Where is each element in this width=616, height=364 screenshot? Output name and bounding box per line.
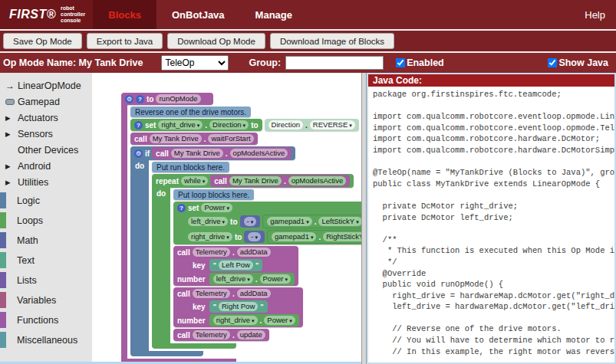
block-comment[interactable]: Put run blocks here. xyxy=(152,162,229,172)
main-content: LinearOpMode Gamepad Actuators Sensors O… xyxy=(0,73,616,364)
toolbox-category-logic[interactable]: Logic xyxy=(0,191,92,210)
motor-dropdown[interactable]: left_drive xyxy=(213,274,253,284)
property-dropdown[interactable]: Power xyxy=(201,203,232,212)
logo-subtitle: robot controller console xyxy=(61,5,85,24)
motor-dropdown[interactable]: left_drive xyxy=(188,217,228,226)
java-code-view[interactable]: package org.firstinspires.ftc.teamcode;i… xyxy=(368,87,614,362)
block-set-direction[interactable]: ? set right_drive . Direction to xyxy=(130,119,262,131)
repeat-mode-dropdown[interactable]: while xyxy=(181,176,208,185)
java-code-line: public void runOpMode() { xyxy=(373,280,614,291)
property-dropdown[interactable]: Power xyxy=(260,274,291,284)
block-call-waitforstart[interactable]: call My Tank Drive . waitForStart xyxy=(130,133,258,145)
block-get-power-right[interactable]: right_drive . Power xyxy=(209,314,299,326)
block-negate[interactable]: - xyxy=(244,231,265,243)
toolbox-item-android[interactable]: Android xyxy=(0,158,92,174)
blockly-workspace[interactable]: ⚙ ? to runOpMode Reverse one of the driv… xyxy=(92,73,361,362)
block-toolbox: LinearOpMode Gamepad Actuators Sensors O… xyxy=(0,73,92,362)
toolbox-category-math[interactable]: Math xyxy=(0,231,92,250)
block-negate[interactable]: - xyxy=(240,215,261,228)
toolbox-category-text[interactable]: Text xyxy=(0,251,92,270)
toolbox-category-loops[interactable]: Loops xyxy=(0,211,92,230)
block-comment[interactable]: Put loop blocks here. xyxy=(173,189,254,200)
block-telemetry-adddata-right[interactable]: call Telemetry . addData key xyxy=(173,287,303,327)
function-name-field[interactable]: runOpMode xyxy=(156,94,200,103)
toolbox-category-miscellaneous[interactable]: Miscellaneous xyxy=(0,330,92,349)
text-field[interactable]: Right Pow xyxy=(219,302,258,311)
main-nav: Blocks OnBotJava Manage xyxy=(93,0,308,29)
show-java-label: Show Java xyxy=(558,57,608,68)
help-icon[interactable]: ? xyxy=(134,121,143,130)
block-function-runopmode[interactable]: ⚙ ? to runOpMode Reverse one of the driv… xyxy=(121,93,361,362)
call-target-field: My Tank Drive xyxy=(150,134,202,143)
motor-dropdown[interactable]: right_drive xyxy=(188,232,232,241)
opmode-bar: Op Mode Name: My Tank Drive TeleOp Group… xyxy=(0,53,616,73)
negate-dropdown[interactable]: - xyxy=(248,232,261,241)
block-if[interactable]: ⚙ if call My Tank Drive . opModeIsActive xyxy=(130,146,361,356)
toolbar-button[interactable]: Export to Java xyxy=(87,33,163,49)
help-icon[interactable]: ? xyxy=(136,95,144,103)
negate-dropdown[interactable]: - xyxy=(244,217,257,226)
tab-blocks[interactable]: Blocks xyxy=(93,0,156,29)
java-code-line xyxy=(373,224,614,235)
show-java-checkbox[interactable] xyxy=(548,58,557,67)
java-code-line: // You will have to determine which moto… xyxy=(373,336,614,347)
motor-dropdown[interactable]: right_drive xyxy=(158,120,203,130)
block-telemetry-update[interactable]: call Telemetry . update xyxy=(173,329,269,341)
block-repeat-while[interactable]: repeat while call My Tank Drive xyxy=(152,174,361,349)
stick-dropdown[interactable]: LeftStickY xyxy=(318,217,361,226)
java-code-line: public class MyTankDrive extends LinearO… xyxy=(373,179,614,191)
block-comment[interactable]: Reverse one of the drive motors. xyxy=(130,107,251,117)
block-text-left-pow[interactable]: " Left Pow " xyxy=(209,259,263,271)
text-field[interactable]: Left Pow xyxy=(219,261,253,270)
mutator-gear-icon[interactable]: ⚙ xyxy=(125,95,133,103)
block-gamepad-leftsticky[interactable]: gamepad1 . LeftStickY xyxy=(262,215,361,228)
property-dropdown[interactable]: Direction xyxy=(209,120,249,130)
gamepad-dropdown[interactable]: gamepad1 xyxy=(267,217,311,226)
toolbox-category-lists[interactable]: Lists xyxy=(0,271,92,290)
java-code-line: // Reverse one of the drive motors. xyxy=(373,324,614,336)
block-set-power-dual[interactable]: ? set Power left_drive xyxy=(173,202,361,244)
toolbox-item-actuators[interactable]: Actuators xyxy=(0,110,92,126)
toolbar-button[interactable]: Download Image of Blocks xyxy=(270,33,394,49)
help-link[interactable]: Help xyxy=(574,0,616,29)
java-code-line: @TeleOp(name = "MyTankDrive (Blocks to J… xyxy=(373,168,614,179)
enum-value-dropdown[interactable]: REVERSE xyxy=(310,120,355,130)
toolbox-item-gamepad[interactable]: Gamepad xyxy=(0,93,92,110)
category-color-bar xyxy=(0,192,6,208)
category-color-bar xyxy=(0,332,6,348)
stick-dropdown[interactable]: RightStickY xyxy=(323,232,361,241)
toolbox-item-sensors[interactable]: Sensors xyxy=(0,126,92,142)
toolbox-category-functions[interactable]: Functions xyxy=(0,310,92,330)
tab-onbotjava[interactable]: OnBotJava xyxy=(156,0,240,29)
block-telemetry-adddata-left[interactable]: call Telemetry . addData key xyxy=(173,246,298,286)
toolbar-button[interactable]: Download Op Mode xyxy=(167,33,265,49)
panel-splitter[interactable] xyxy=(361,73,367,364)
gamepad-dropdown[interactable]: gamepad1 xyxy=(272,232,316,241)
toolbox-category-variables[interactable]: Variables xyxy=(0,290,92,310)
toolbox-item-linearopmode[interactable]: LinearOpMode xyxy=(0,77,92,93)
call-method-field: waitForStart xyxy=(208,134,253,143)
category-color-bar xyxy=(0,232,6,248)
property-dropdown[interactable]: Power xyxy=(264,316,295,325)
gamepad-icon xyxy=(5,99,18,105)
mutator-gear-icon[interactable]: ⚙ xyxy=(134,149,143,158)
toolbox-item-utilities[interactable]: Utilities xyxy=(0,174,92,190)
group-input[interactable] xyxy=(285,56,384,70)
tab-manage[interactable]: Manage xyxy=(240,0,308,29)
block-call-opmodeisactive[interactable]: call My Tank Drive . opModeIsActive xyxy=(152,147,292,159)
block-gamepad-rightsticky[interactable]: gamepad1 . RightStickY xyxy=(267,230,361,244)
app-header: FIRST® robot controller console Blocks O… xyxy=(0,0,616,29)
block-get-power-left[interactable]: left_drive . Power xyxy=(209,273,295,285)
first-logo: FIRST® robot controller console xyxy=(0,0,93,29)
block-enum-direction-reverse[interactable]: Direction . REVERSE xyxy=(265,119,359,131)
block-text-right-pow[interactable]: " Right Pow " xyxy=(209,300,268,313)
enabled-checkbox[interactable] xyxy=(396,58,405,67)
toolbox-item-other-devices[interactable]: Other Devices xyxy=(0,142,92,158)
block-call-opmodeisactive[interactable]: call My Tank Drive . opModeIsActive xyxy=(210,175,350,187)
flavor-select[interactable]: TeleOp xyxy=(161,55,229,71)
toolbar-button[interactable]: Save Op Mode xyxy=(3,33,82,49)
java-code-title: Java Code: xyxy=(368,74,614,87)
help-icon[interactable]: ? xyxy=(177,204,186,212)
motor-dropdown[interactable]: right_drive xyxy=(213,316,258,325)
call-target-field: Telemetry xyxy=(193,289,230,298)
